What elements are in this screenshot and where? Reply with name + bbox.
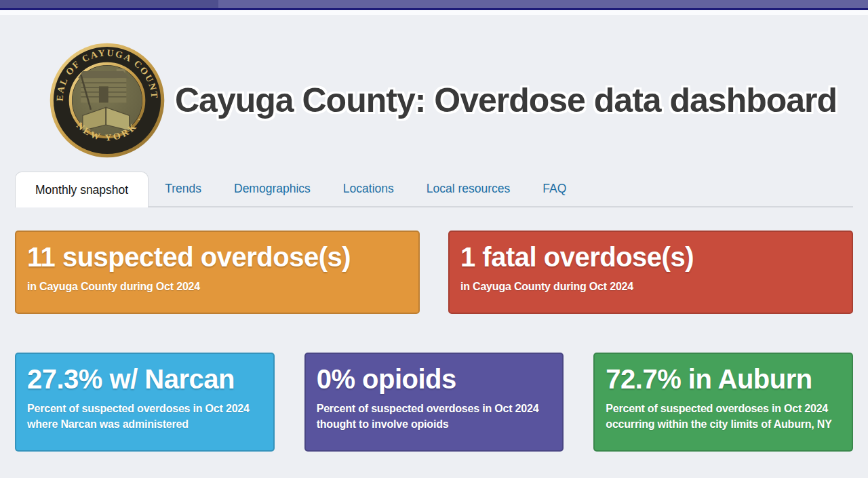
card-subtext: in Cayuga County during Oct 2024 [27,279,408,294]
tab-bar: Monthly snapshot Trends Demographics Loc… [15,172,853,207]
card-suspected-overdoses: 11 suspected overdose(s) in Cayuga Count… [15,231,420,314]
tab-label: FAQ [542,182,566,196]
card-subtext: Percent of suspected overdoses in Oct 20… [606,401,841,432]
card-heading: 11 suspected overdose(s) [27,241,408,273]
tab-monthly-snapshot[interactable]: Monthly snapshot [15,172,149,207]
tab-local-resources[interactable]: Local resources [410,172,527,206]
kpi-cards-section: 11 suspected overdose(s) in Cayuga Count… [15,231,853,452]
tab-label: Trends [165,182,201,196]
top-bar-divider [0,10,868,15]
kpi-cards-row-1: 11 suspected overdose(s) in Cayuga Count… [15,231,853,314]
card-heading: 1 fatal overdose(s) [460,241,841,273]
card-subtext: in Cayuga County during Oct 2024 [460,279,841,294]
top-bar [0,0,868,8]
card-heading: 0% opioids [317,363,552,395]
tab-label: Monthly snapshot [35,183,128,197]
card-auburn-percent: 72.7% in Auburn Percent of suspected ove… [593,353,853,452]
card-fatal-overdoses: 1 fatal overdose(s) in Cayuga County dur… [448,231,853,314]
tab-label: Local resources [427,182,511,196]
cayuga-county-seal-logo: SEAL OF CAYUGA COUNTY · NEW YORK · [49,42,165,159]
card-narcan-percent: 27.3% w/ Narcan Percent of suspected ove… [15,353,275,452]
tab-faq[interactable]: FAQ [526,172,583,206]
tab-label: Locations [343,182,394,196]
card-opioids-percent: 0% opioids Percent of suspected overdose… [304,353,564,452]
tab-demographics[interactable]: Demographics [218,172,327,206]
tab-trends[interactable]: Trends [149,172,218,206]
card-subtext: Percent of suspected overdoses in Oct 20… [27,401,262,432]
tab-label: Demographics [234,182,311,196]
kpi-cards-row-2: 27.3% w/ Narcan Percent of suspected ove… [15,353,853,452]
masthead: SEAL OF CAYUGA COUNTY · NEW YORK · Cayug… [49,42,868,159]
tab-locations[interactable]: Locations [327,172,410,206]
page-title: Cayuga County: Overdose data dashboard [175,81,837,120]
top-bar-right-segment [218,0,868,8]
card-heading: 27.3% w/ Narcan [27,363,262,395]
card-heading: 72.7% in Auburn [606,363,841,395]
top-bar-left-segment [0,0,218,8]
card-subtext: Percent of suspected overdoses in Oct 20… [317,401,552,432]
